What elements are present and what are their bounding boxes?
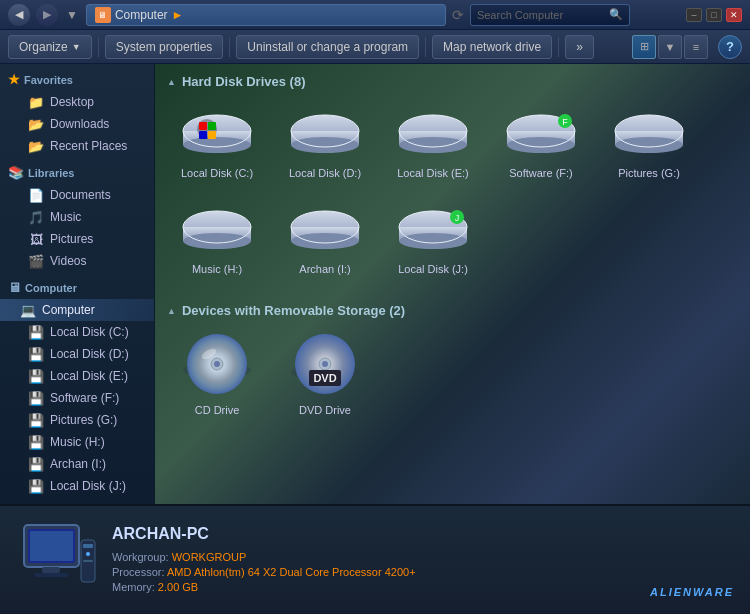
svg-point-2 (183, 137, 251, 153)
computer-header: 🖥 Computer (0, 272, 154, 299)
toolbar-divider-4 (558, 37, 559, 57)
sidebar-item-local-d[interactable]: 💾 Local Disk (D:) (0, 343, 154, 365)
svg-text:F: F (562, 117, 568, 127)
sidebar-item-local-j[interactable]: 💾 Local Disk (J:) (0, 475, 154, 497)
drive-i[interactable]: Archan (I:) (275, 193, 375, 281)
help-button[interactable]: ? (718, 35, 742, 59)
more-button[interactable]: » (565, 35, 594, 59)
sidebar-item-music[interactable]: 🎵 Music (0, 206, 154, 228)
nav-more[interactable]: ▼ (66, 8, 78, 22)
svg-rect-54 (30, 531, 73, 561)
svg-point-19 (507, 137, 575, 153)
drive-f[interactable]: F Software (F:) (491, 97, 591, 185)
sidebar-item-software-f[interactable]: 💾 Software (F:) (0, 387, 154, 409)
view-dropdown[interactable]: ▼ (658, 35, 682, 59)
sidebar-item-local-c[interactable]: 💾 Local Disk (C:) (0, 321, 154, 343)
sidebar-item-label: Software (F:) (50, 391, 119, 405)
drive-h-icon-svg (179, 199, 255, 259)
path-text: Computer (115, 8, 168, 22)
sidebar-item-recent[interactable]: 📂 Recent Places (0, 135, 154, 157)
drive-d-label: Local Disk (D:) (289, 167, 361, 179)
drive-e[interactable]: Local Disk (E:) (383, 97, 483, 185)
sidebar-item-videos[interactable]: 🎬 Videos (0, 250, 154, 272)
removable-drives-grid: CD Drive (155, 326, 750, 434)
sidebar-item-documents[interactable]: 📄 Documents (0, 184, 154, 206)
toolbar-divider-2 (229, 37, 230, 57)
sidebar-item-label: Local Disk (E:) (50, 369, 128, 383)
view-large-icons[interactable]: ⊞ (632, 35, 656, 59)
drive-j[interactable]: J Local Disk (J:) (383, 193, 483, 281)
drive-g-label: Pictures (G:) (618, 167, 680, 179)
sidebar-item-label: Local Disk (J:) (50, 479, 126, 493)
svg-text:J: J (455, 213, 460, 223)
drive-d[interactable]: Local Disk (D:) (275, 97, 375, 185)
pc-info: ARCHAN-PC Workgroup: WORKGROUP Processor… (112, 525, 634, 596)
videos-icon: 🎬 (28, 253, 44, 269)
search-box[interactable]: Search Computer 🔍 (470, 4, 630, 26)
dvd-icon-svg: DVD (285, 332, 365, 400)
organize-button[interactable]: Organize ▼ (8, 35, 92, 59)
cd-drive-label: CD Drive (195, 404, 240, 416)
search-icon: 🔍 (609, 8, 623, 21)
sidebar-item-pictures-g[interactable]: 💾 Pictures (G:) (0, 409, 154, 431)
favorites-header: ★ Favorites (0, 64, 154, 91)
drive-h[interactable]: Music (H:) (167, 193, 267, 281)
refresh-icon[interactable]: ⟳ (452, 7, 464, 23)
maximize-button[interactable]: □ (706, 8, 722, 22)
drive-c[interactable]: Local Disk (C:) (167, 97, 267, 185)
map-drive-button[interactable]: Map network drive (432, 35, 552, 59)
processor-detail: Processor: AMD Athlon(tm) 64 X2 Dual Cor… (112, 566, 634, 578)
svg-rect-7 (199, 131, 207, 139)
sidebar-item-music-h[interactable]: 💾 Music (H:) (0, 431, 154, 453)
sidebar-item-label: Desktop (50, 95, 94, 109)
forward-button[interactable]: ▶ (36, 4, 58, 26)
hdd-section-label: Hard Disk Drives (8) (182, 74, 306, 89)
svg-rect-5 (199, 122, 207, 130)
title-bar-left: ◀ ▶ ▼ 🖥 Computer ► ⟳ Search Computer 🔍 (8, 4, 630, 26)
window-controls: – □ ✕ (686, 8, 742, 22)
cd-drive[interactable]: CD Drive (167, 326, 267, 422)
drive-f-icon: 💾 (28, 390, 44, 406)
memory-detail: Memory: 2.00 GB (112, 581, 634, 593)
drive-g[interactable]: Pictures (G:) (599, 97, 699, 185)
drive-h-icon: 💾 (28, 434, 44, 450)
star-icon: ★ (8, 72, 20, 87)
view-buttons: ⊞ ▼ ≡ (632, 35, 708, 59)
dvd-drive[interactable]: DVD DVD Drive (275, 326, 375, 422)
back-button[interactable]: ◀ (8, 4, 30, 26)
svg-point-44 (214, 361, 220, 367)
svg-rect-55 (42, 567, 60, 573)
svg-point-33 (291, 233, 359, 249)
sidebar-item-pictures[interactable]: 🖼 Pictures (0, 228, 154, 250)
sidebar-item-local-e[interactable]: 💾 Local Disk (E:) (0, 365, 154, 387)
close-button[interactable]: ✕ (726, 8, 742, 22)
music-icon: 🎵 (28, 209, 44, 225)
sidebar: ★ Favorites 📁 Desktop 📂 Downloads 📂 Rece… (0, 64, 155, 504)
drive-g-icon-svg (611, 103, 687, 163)
system-properties-button[interactable]: System properties (105, 35, 224, 59)
sidebar-item-label: Archan (I:) (50, 457, 106, 471)
sidebar-item-computer[interactable]: 💻 Computer (0, 299, 154, 321)
pictures-icon: 🖼 (28, 231, 44, 247)
content-area: Hard Disk Drives (8) (155, 64, 750, 504)
hard-drives-grid: Local Disk (C:) Local Disk (D: (155, 97, 750, 293)
uninstall-button[interactable]: Uninstall or change a program (236, 35, 419, 59)
sidebar-item-archan-i[interactable]: 💾 Archan (I:) (0, 453, 154, 475)
toolbar-divider-1 (98, 37, 99, 57)
libraries-header: 📚 Libraries (0, 157, 154, 184)
view-details[interactable]: ≡ (684, 35, 708, 59)
sidebar-item-downloads[interactable]: 📂 Downloads (0, 113, 154, 135)
drive-j-icon: 💾 (28, 478, 44, 494)
library-icon: 📚 (8, 165, 24, 180)
sidebar-item-desktop[interactable]: 📁 Desktop (0, 91, 154, 113)
svg-point-15 (399, 137, 467, 153)
minimize-button[interactable]: – (686, 8, 702, 22)
drive-e-label: Local Disk (E:) (397, 167, 469, 179)
sidebar-item-label: Local Disk (D:) (50, 347, 129, 361)
address-bar[interactable]: 🖥 Computer ► (86, 4, 446, 26)
computer-label: Computer (25, 282, 77, 294)
sidebar-item-label: Music (H:) (50, 435, 105, 449)
computer-icon: 💻 (20, 302, 36, 318)
hdd-section-header: Hard Disk Drives (8) (155, 64, 750, 97)
removable-section-header: Devices with Removable Storage (2) (155, 293, 750, 326)
